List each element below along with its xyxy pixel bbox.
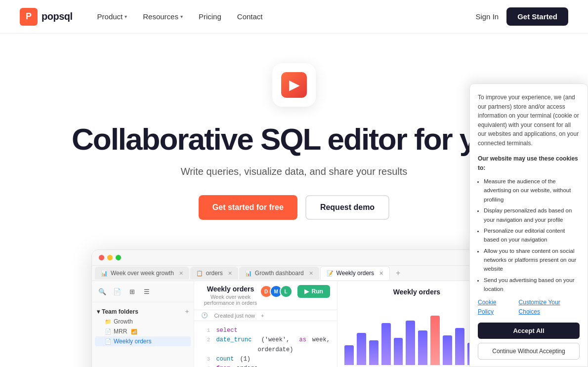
editor-clock-icon: 🕐: [201, 312, 208, 319]
bar-5: [394, 338, 403, 365]
tab-close-week[interactable]: ✕: [179, 270, 183, 277]
bar-6: [406, 321, 415, 365]
editor-code-area[interactable]: 1 select 2 date_trunc ('week', orderdate…: [194, 321, 336, 367]
tree-team-add-icon[interactable]: +: [185, 308, 189, 315]
sign-in-link[interactable]: Sign In: [475, 12, 499, 21]
nav-pricing-label: Pricing: [199, 12, 221, 21]
nav-product-label: Product: [97, 12, 123, 21]
get-started-hero-button[interactable]: Get started for free: [199, 195, 297, 220]
request-demo-button[interactable]: Request demo: [305, 195, 389, 220]
editor-created-text: Created just now: [214, 313, 255, 319]
tree-item-mrr[interactable]: 📄 MRR 📶: [95, 326, 191, 336]
tree-item-weekly-label: Weekly orders: [114, 338, 151, 345]
editor-title: Weekly orders: [201, 285, 259, 293]
tab-icon-orders: 📋: [196, 270, 203, 277]
navbar: P popsql Product ▾ Resources ▾ Pricing C…: [0, 0, 588, 34]
sidebar-file-icon[interactable]: 📄: [111, 285, 124, 298]
traffic-dot-close: [99, 255, 104, 260]
nav-item-contact[interactable]: Contact: [230, 8, 270, 25]
hero-cta-group: Get started for free Request demo: [199, 195, 389, 220]
bar-4: [381, 323, 391, 365]
hero-icon-symbol: ▶: [289, 78, 299, 93]
cookie-policy-link[interactable]: Cookie Policy: [478, 298, 512, 317]
code-line-1: 1 select: [201, 326, 330, 335]
cookie-consent-popup: To improve your experience, we (and our …: [469, 83, 588, 367]
run-button[interactable]: ▶ Run: [297, 285, 330, 298]
bar-7: [418, 330, 427, 365]
tab-weekly-orders[interactable]: 📝 Weekly orders ✕: [320, 266, 390, 280]
hero-title: Collaborative SQL editor for your: [72, 122, 516, 156]
cookie-links-group: Cookie Policy Customize Your Choices: [478, 298, 580, 317]
tree-item-mrr-label: MRR: [114, 328, 127, 335]
bar-2: [357, 333, 366, 365]
tab-close-weekly[interactable]: ✕: [379, 270, 383, 277]
mockup-editor: Weekly orders Week over week performance…: [194, 281, 336, 367]
logo-mark: P: [20, 8, 38, 26]
avatar-l: L: [280, 285, 293, 298]
tab-close-growth[interactable]: ✕: [309, 270, 313, 277]
cookie-items-list: Measure the audience of the advertising …: [484, 177, 580, 294]
mockup-titlebar: [92, 250, 496, 266]
cookie-item-4: Allow you to share content on social net…: [484, 246, 580, 274]
navbar-right: Sign In Get Started: [475, 7, 568, 26]
avatar-group: D M L: [260, 285, 293, 298]
sidebar-grid-icon[interactable]: ⊞: [126, 285, 138, 298]
bar-1: [344, 345, 354, 365]
mockup-tabs: 📊 Week over week growth ✕ 📋 orders ✕ 📊 G…: [92, 266, 496, 281]
nav-item-product[interactable]: Product ▾: [90, 8, 134, 25]
tab-label-growth: Growth dashboard: [255, 270, 304, 277]
tab-week-over-week[interactable]: 📊 Week over week growth ✕: [95, 267, 189, 280]
bar-8: [430, 316, 440, 365]
tab-growth-dashboard[interactable]: 📊 Growth dashboard ✕: [239, 267, 319, 280]
cookie-continue-button[interactable]: Continue Without Accepting: [478, 343, 580, 360]
tree-item-growth[interactable]: 📁 Growth: [95, 317, 191, 326]
hero-icon-container: ▶: [272, 63, 316, 107]
code-line-3: 3 count (1): [201, 355, 330, 364]
bar-3: [369, 340, 378, 365]
tab-orders[interactable]: 📋 orders ✕: [190, 267, 238, 280]
sidebar-search-icon[interactable]: 🔍: [96, 285, 109, 298]
mockup-sidebar: 🔍 📄 ⊞ ☰ ▾ Team folders + 📁 Gr: [92, 281, 194, 367]
editor-meta: 🕐 Created just now +: [194, 310, 336, 321]
traffic-dot-minimize: [107, 255, 113, 260]
traffic-dot-maximize: [116, 255, 121, 260]
tab-label-orders: orders: [206, 270, 223, 277]
tree-label-team[interactable]: ▾ Team folders +: [95, 306, 191, 317]
cookie-item-2: Display personalized ads based on your n…: [484, 206, 580, 224]
nav-resources-chevron-icon: ▾: [180, 14, 183, 19]
code-line-4: 4 from orders: [201, 364, 330, 367]
logo[interactable]: P popsql: [20, 8, 73, 26]
sidebar-toolbar: 🔍 📄 ⊞ ☰: [92, 281, 194, 302]
hero-subtitle: Write queries, visualize data, and share…: [181, 166, 408, 177]
cookie-body-heading: Our website may use these cookies to:: [478, 154, 580, 173]
editor-plus-icon[interactable]: +: [261, 313, 264, 319]
nav-item-pricing[interactable]: Pricing: [192, 8, 228, 25]
tab-add-button[interactable]: +: [391, 266, 405, 281]
logo-symbol: P: [26, 11, 32, 22]
nav-item-resources[interactable]: Resources ▾: [136, 8, 190, 25]
file-weekly-icon: 📄: [105, 338, 112, 345]
bar-9: [443, 335, 452, 365]
cookie-item-5: Send you advertising based on your locat…: [484, 276, 580, 294]
tab-icon-weekly: 📝: [327, 270, 334, 277]
tree-section-team: ▾ Team folders + 📁 Growth 📄 MRR 📶: [95, 306, 191, 346]
cookie-customize-link[interactable]: Customize Your Choices: [519, 298, 580, 317]
navbar-left: P popsql Product ▾ Resources ▾ Pricing C…: [20, 8, 270, 26]
file-mrr-icon: 📄: [105, 328, 112, 335]
tab-icon-growth: 📊: [245, 270, 252, 277]
tab-label-weekly: Weekly orders: [336, 270, 374, 277]
bar-10: [455, 328, 464, 365]
cookie-accept-button[interactable]: Accept All: [478, 323, 580, 339]
editor-subtitle: Week over week performance in orders: [201, 294, 259, 306]
tab-close-orders[interactable]: ✕: [228, 270, 232, 277]
logo-text: popsql: [42, 11, 73, 22]
sidebar-tree: ▾ Team folders + 📁 Growth 📄 MRR 📶: [92, 302, 194, 367]
tree-item-weekly-orders[interactable]: 📄 Weekly orders: [95, 336, 191, 346]
get-started-nav-button[interactable]: Get Started: [506, 7, 568, 26]
sidebar-list-icon[interactable]: ☰: [140, 285, 153, 298]
app-mockup: 📊 Week over week growth ✕ 📋 orders ✕ 📊 G…: [91, 249, 497, 367]
cookie-intro-text: To improve your experience, we (and our …: [478, 93, 580, 148]
code-line-2: 2 date_trunc ('week', orderdate) as week…: [201, 335, 330, 354]
cookie-buttons-group: Accept All Continue Without Accepting: [478, 323, 580, 360]
nav-resources-label: Resources: [143, 12, 178, 21]
